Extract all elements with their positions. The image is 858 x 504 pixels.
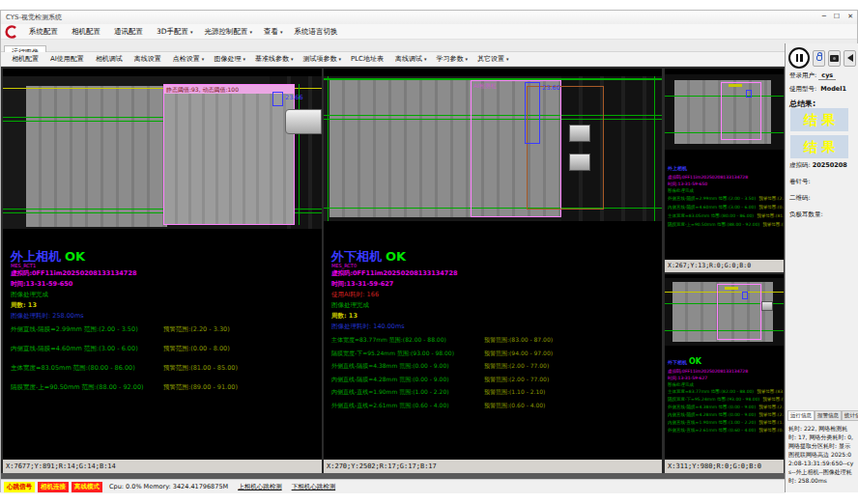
mini-measurement-row: 隔膜宽度-下=95.24mm 范围:(93.00 - 98.00)预警范围:(9… [668,396,784,404]
app-logo-icon [5,25,18,39]
machine-surface [26,86,167,227]
chevron-down-icon: ▾ [465,56,468,62]
measurement-row: 外侧直线-隔膜=2.99mm 范围:(2.00 - 3.50) 预警范围:(2.… [3,325,322,345]
process-done-label: 图像处理完成 [331,300,457,311]
camera-image-lower-outer[interactable]: AI检测框 23.60 [324,76,662,221]
timestamp: 时间:13-31-59-650 [668,181,784,187]
thumbnail-info: 外下相机OK 虚拟码:0FF11im20250208133134728 时间:1… [668,350,784,434]
heartbeat-link[interactable]: 上相机心跳检测 [238,483,282,491]
menu-item[interactable]: 相机配置 [66,27,108,37]
result-block: 外下相机OK MES_RCT0 虚拟码:0FF11im2025020813313… [331,248,457,332]
menu-item[interactable]: 系统配置 [23,27,66,37]
result-block: 结果 [790,108,848,131]
camera-name: 外下相机 [331,249,382,264]
status-badge: 相机连接 [38,482,69,492]
heartbeat-link[interactable]: 下相机心跳检测 [292,483,336,491]
measurement-value: 内侧直线-隔膜=4.28mm 范围:(0.00 - 9.00) [331,376,449,384]
menu-item[interactable]: 查看▾ [258,27,289,37]
measurement-value: 主体宽度=83.77mm 范围:(82.00 - 88.00) [331,336,446,345]
exit-button[interactable] [844,50,856,67]
measurement-row: 隔膜宽度-上=90.50mm 范围:(88.00 - 92.00) 预警范围:(… [3,383,322,403]
model-label: 使用型号: [789,85,816,93]
measurement-row: 内侧直线-隔膜=4.60mm 范围:(3.00 - 6.00) 预警范围:(0.… [3,345,322,364]
measurement-value: 隔膜宽度-上=90.50mm 范围:(88.00 - 92.00) [11,383,144,392]
toolbar-button[interactable]: 离线调试▾ [390,54,432,64]
mini-measurement-row: 内侧直线-隔膜=4.60mm 范围:(3.00 - 6.00)预警范围:(0.0… [668,203,784,211]
marker-value-label: 23.66 [285,94,303,101]
measurement-value: 外侧直线-直线=2.61mm 范围:(0.60 - 4.00) [331,402,449,410]
lock-icon [816,55,822,61]
warning-range: 预警范围:(83.00 - 87.00) [484,336,553,345]
camera-name: 外上相机 [668,165,687,171]
marker-box [272,92,283,106]
process-time: 图像处理耗时: 140.00ms [331,322,457,332]
toolbar-button[interactable]: 离线设置 [129,54,168,64]
sidebar-fields: 虚拟码:20250208 卷针号: 二维码: 负极耳数量: [789,161,847,227]
lock-button[interactable] [813,50,825,67]
camera-panel-upper-outer: 静态阈值:93, 动态阈值:100 23.66 外上相机OK MES_RCT1 … [3,69,322,460]
coordinate-readout-middle: X:270;Y:2502;R:17;G:17;B:17 [324,460,662,473]
model-value[interactable]: Model1 [818,85,848,93]
info-tab[interactable]: 统计信息 [842,410,858,421]
measurement-value: 内侧直线-直线=1.90mm 范围:(1.00 - 2.20) [331,388,449,397]
toolbar-button[interactable]: PLC地址表 [346,54,390,64]
virtual-code: 虚拟码:0FF11im20250208133134728 [331,268,457,279]
process-done-label: 图像处理完成 [668,381,784,388]
thumbnail-image [665,74,784,150]
thumbnail-upper[interactable]: 外上相机 虚拟码:0FF11im20250208133134728 时间:13-… [665,69,784,260]
close-icon[interactable]: ✕ [847,12,853,22]
edge-line-vertical [299,84,300,225]
result-block: 结果 [790,135,848,158]
mini-measurement-row: 隔膜宽度-上=90.50mm 范围:(88.00 - 92.00)预警范围:(8… [668,220,784,229]
title-bar[interactable]: CYS-视觉检测系统 ─ ☐ ✕ [1,11,857,24]
menu-item[interactable]: 光源控制配置▾ [199,27,259,37]
measurement-value: 内侧直线-隔膜=4.60mm 范围:(3.00 - 6.00) [11,345,138,353]
toolbar-button[interactable]: 点检设置▾ [168,54,210,64]
menu-bar: 系统配置 相机配置 通讯配置 3D手配置▾ 光源控制配置▾ 查看▾ 系统语言切换 [1,24,857,40]
toolbar-button[interactable]: 其它设置▾ [472,54,514,64]
mini-measurement-row: 内侧直线-隔膜=4.28mm 范围:(0.00 - 9.00)预警范围:(2.0… [668,411,784,419]
toolbar-button[interactable]: 图像处理▾ [209,54,250,64]
maximize-icon[interactable]: ☐ [834,12,840,22]
measurement-row: 内侧直线-直线=1.90mm 范围:(1.00 - 2.20) 预警范围:(1.… [324,388,662,402]
toolbar-button[interactable]: 基准线参数▾ [250,54,299,64]
tab-strip: 运行图像 [1,40,857,52]
status-bar: 心跳信号相机连接离线模式 Cpu: 0.0% Memory: 3424.4179… [1,479,785,493]
measurement-row: 内侧直线-隔膜=4.28mm 范围:(0.00 - 9.00) 预警范围:(2.… [324,376,662,389]
toolbar-button[interactable]: 测试项参数▾ [298,54,346,64]
toolbar-button[interactable]: 相机配置 [7,54,45,64]
toolbar-button[interactable]: 相机调试 [91,54,129,64]
marker-value-label: 23.60 [542,84,560,92]
sidebar-field: 负极耳数量: [789,210,847,227]
thumbnail-lower[interactable]: 外下相机OK 虚拟码:0FF11im20250208133134728 时间:1… [665,274,784,460]
info-tab[interactable]: 运行信息 [787,410,815,421]
menu-item[interactable]: 通讯配置 [108,27,151,37]
toolbar-button[interactable]: AI使用配置 [45,54,91,64]
camera-button[interactable] [828,50,841,67]
tiny-yellow-mark [725,287,738,290]
toolbar-button[interactable]: 学习参数▾ [431,54,472,64]
process-done-label: 图像处理完成 [668,187,784,194]
minimize-icon[interactable]: ─ [822,12,826,22]
warning-range: 预警范围:(2.00 - 77.00) [484,362,549,371]
coordinate-readout-thumb-top: X:267;Y:13;R:0;G:0;B:0 [665,260,784,272]
warning-range: 预警范围:(2.00 - 77.00) [484,376,549,384]
menu-item[interactable]: 3D手配置▾ [151,27,199,37]
measurement-row: 主体宽度=83.77mm 范围:(82.00 - 88.00) 预警范围:(83… [324,336,662,350]
camera-image-upper-outer[interactable]: 静态阈值:93, 动态阈值:100 23.66 [3,76,322,229]
menu-item[interactable]: 系统语言切换 [289,27,346,37]
measurement-value: 隔膜宽度-下=95.24mm 范围:(93.00 - 98.00) [331,350,454,358]
measurement-row: 外侧直线-直线=2.61mm 范围:(0.60 - 4.00) 预警范围:(0.… [324,402,662,415]
mini-measurement-row: 外侧直线-隔膜=2.99mm 范围:(2.00 - 3.50)预警范围:(2.2… [668,194,784,203]
ok-status: OK [65,249,85,264]
pause-button[interactable] [788,47,810,69]
border-line-green [654,76,655,221]
result-block: 外上相机OK MES_RCT1 虚拟码:0FF11im2025020813313… [11,248,136,322]
sidebar-field: 虚拟码:20250208 [789,161,847,178]
sidebar-field: 二维码: [789,194,847,210]
measurement-value: 外侧直线-隔膜=2.99mm 范围:(2.00 - 3.50) [11,325,138,334]
warning-range: 预警范围:(0.60 - 4.00) [484,402,545,410]
info-tab[interactable]: 报警信息 [815,410,842,421]
camera-icon [830,55,839,62]
user-value[interactable]: cys [818,71,836,80]
